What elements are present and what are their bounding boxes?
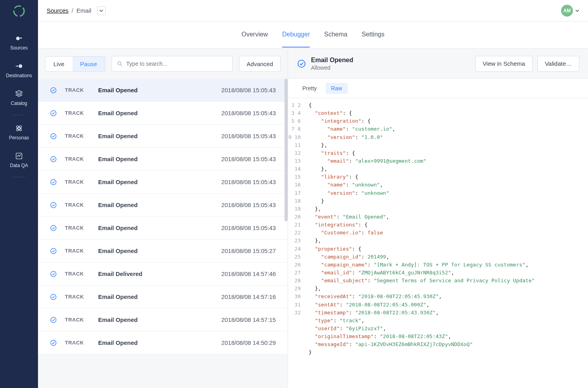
svg-point-0 [14,6,24,16]
nav-sidebar: Sources Destinations Catalog Personas Da… [0,0,38,388]
search-box[interactable] [112,56,233,72]
breadcrumb: Sources / Email [47,6,106,15]
event-type: TRACK [65,225,90,231]
search-input[interactable] [126,61,228,67]
topbar: Sources / Email AM [38,0,588,21]
check-circle-icon [50,339,57,346]
app-logo [13,5,25,17]
event-time: 2018/08/08 15:05:27 [221,247,276,254]
svg-point-8 [51,87,56,93]
tab-schema[interactable]: Schema [324,22,347,48]
event-name: Email Opened [98,87,213,93]
check-circle-icon [50,224,57,232]
event-time: 2018/08/08 15:05:43 [221,156,276,162]
event-name: Email Opened [98,110,213,116]
event-type: TRACK [65,133,90,139]
live-pause-toggle: Live Pause [45,56,105,72]
tab-overview[interactable]: Overview [241,22,268,48]
event-row[interactable]: TRACKEmail Opened2018/08/08 14:57:15 [38,308,288,331]
svg-point-13 [51,202,56,208]
nav-personas[interactable]: Personas [0,118,38,146]
detail-pane: Email Opened Allowed View in Schema Vali… [288,49,588,388]
svg-point-14 [51,225,56,231]
nav-label: Catalog [11,101,27,106]
chevron-down-icon [575,9,579,13]
event-row[interactable]: TRACKEmail Opened2018/08/08 15:05:43 [38,148,288,171]
nav-label: Personas [9,135,29,141]
event-name: Email Delivered [98,270,213,277]
detail-title: Email Opened [311,57,470,64]
check-circle-icon [50,316,57,323]
event-name: Email Opened [98,133,213,139]
svg-point-7 [118,62,121,65]
check-circle-icon [50,156,57,163]
check-circle-icon [50,133,57,140]
svg-point-18 [51,317,56,323]
event-name: Email Opened [98,339,213,346]
event-type: TRACK [65,271,90,277]
pretty-tab[interactable]: Pretty [297,83,322,94]
validate-button[interactable]: Validate… [537,56,579,72]
pause-button[interactable]: Pause [72,57,105,71]
scrollbar[interactable] [285,79,288,221]
event-time: 2018/08/08 14:57:16 [221,293,276,300]
event-row[interactable]: TRACKEmail Delivered2018/08/08 14:57:46 [38,262,288,285]
code-viewer[interactable]: 1 2 3 4 5 6 7 8 9 10 11 12 13 14 15 16 1… [288,98,588,388]
detail-subtitle: Allowed [311,65,470,71]
nav-sources[interactable]: Sources [0,29,38,56]
event-row[interactable]: TRACKEmail Opened2018/08/08 15:05:43 [38,125,288,148]
svg-point-3 [18,127,20,129]
event-name: Email Opened [98,293,213,300]
check-circle-icon [50,293,57,301]
nav-label: Destinations [6,73,32,78]
event-row[interactable]: TRACKEmail Opened2018/08/08 14:50:29 [38,331,288,354]
event-time: 2018/08/08 15:05:43 [221,110,276,116]
check-circle-icon [50,110,57,117]
event-type: TRACK [65,202,90,208]
event-row[interactable]: TRACKEmail Opened2018/08/08 14:57:16 [38,285,288,308]
event-row[interactable]: TRACKEmail Opened2018/08/08 15:05:43 [38,217,288,240]
event-name: Email Opened [98,202,213,208]
check-circle-icon [50,247,57,255]
nav-separator [13,115,25,115]
breadcrumb-separator: / [72,7,73,14]
event-name: Email Opened [98,156,213,162]
event-row[interactable]: TRACKEmail Opened2018/08/08 15:05:43 [38,79,288,102]
tab-settings[interactable]: Settings [362,22,385,48]
raw-tab[interactable]: Raw [326,83,348,94]
event-type: TRACK [65,248,90,254]
event-time: 2018/08/08 15:05:43 [221,202,276,208]
breadcrumb-dropdown[interactable] [97,6,106,15]
nav-catalog[interactable]: Catalog [0,84,38,112]
svg-point-15 [51,248,56,254]
view-in-schema-button[interactable]: View in Schema [475,56,533,72]
event-row[interactable]: TRACKEmail Opened2018/08/08 15:05:43 [38,171,288,194]
event-row[interactable]: TRACKEmail Opened2018/08/08 15:05:43 [38,194,288,217]
svg-point-19 [51,340,56,346]
live-button[interactable]: Live [46,57,72,71]
chevron-down-icon [99,9,103,13]
nav-separator [13,177,25,177]
event-row[interactable]: TRACKEmail Opened2018/08/08 15:05:43 [38,102,288,125]
svg-point-10 [51,133,56,139]
event-row[interactable]: TRACKEmail Opened2018/08/08 15:05:27 [38,240,288,262]
svg-point-16 [51,271,56,277]
check-circle-icon [50,179,57,186]
page-tabs: Overview Debugger Schema Settings [38,21,588,48]
event-name: Email Opened [98,224,213,231]
avatar: AM [561,5,573,17]
event-type: TRACK [65,179,90,185]
event-time: 2018/08/08 14:57:15 [221,316,276,323]
advanced-button[interactable]: Advanced [239,56,281,72]
event-list[interactable]: TRACKEmail Opened2018/08/08 15:05:43TRAC… [38,79,288,388]
event-type: TRACK [65,340,90,346]
line-gutter: 1 2 3 4 5 6 7 8 9 10 11 12 13 14 15 16 1… [288,98,304,388]
user-menu[interactable]: AM [561,5,579,17]
event-type: TRACK [65,110,90,116]
event-time: 2018/08/08 15:05:43 [221,224,276,231]
svg-point-9 [51,110,56,116]
tab-debugger[interactable]: Debugger [282,22,310,48]
nav-data-qa[interactable]: Data QA [0,146,38,174]
breadcrumb-root[interactable]: Sources [47,7,68,14]
nav-destinations[interactable]: Destinations [0,56,38,84]
